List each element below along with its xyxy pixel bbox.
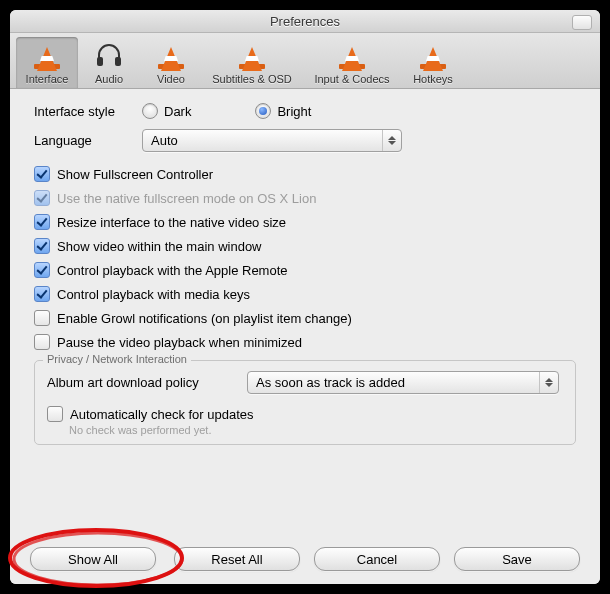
tab-label: Audio <box>95 73 123 85</box>
groupbox-title: Privacy / Network Interaction <box>43 353 191 365</box>
radio-label: Bright <box>277 104 311 119</box>
checkbox-label: Show Fullscreen Controller <box>57 167 213 182</box>
tab-label: Video <box>157 73 185 85</box>
language-label: Language <box>34 133 142 148</box>
radio-bright[interactable]: Bright <box>255 103 311 119</box>
checkbox-label: Enable Growl notifications (on playlist … <box>57 311 352 326</box>
tab-interface[interactable]: Interface <box>16 37 78 88</box>
popup-value: Auto <box>151 133 178 148</box>
show-all-button[interactable]: Show All <box>30 547 156 571</box>
headphones-icon <box>93 39 125 71</box>
radio-dot <box>142 103 158 119</box>
checkbox-label: Use the native fullscreen mode on OS X L… <box>57 191 316 206</box>
check-apple-remote[interactable]: Control playback with the Apple Remote <box>34 258 576 282</box>
check-fullscreen-controller[interactable]: Show Fullscreen Controller <box>34 162 576 186</box>
checkbox-label: Resize interface to the native video siz… <box>57 215 286 230</box>
checkbox <box>34 190 50 206</box>
checkbox <box>34 166 50 182</box>
album-art-popup[interactable]: As soon as track is added <box>247 371 559 394</box>
checkbox <box>34 310 50 326</box>
radio-dot <box>255 103 271 119</box>
titlebar: Preferences <box>10 10 600 33</box>
button-bar: Show All Reset All Cancel Save <box>10 534 600 584</box>
button-label: Cancel <box>357 552 397 567</box>
privacy-groupbox: Privacy / Network Interaction Album art … <box>34 360 576 445</box>
cancel-button[interactable]: Cancel <box>314 547 440 571</box>
checkbox-label: Control playback with the Apple Remote <box>57 263 288 278</box>
tab-hotkeys[interactable]: Hotkeys <box>402 37 464 88</box>
cone-icon <box>31 39 63 71</box>
cone-icon <box>236 39 268 71</box>
checkbox <box>34 262 50 278</box>
tab-label: Input & Codecs <box>314 73 389 85</box>
tab-label: Hotkeys <box>413 73 453 85</box>
checkbox <box>47 406 63 422</box>
checkbox-label: Show video within the main window <box>57 239 262 254</box>
language-popup[interactable]: Auto <box>142 129 402 152</box>
cone-icon <box>417 39 449 71</box>
check-resize-interface[interactable]: Resize interface to the native video siz… <box>34 210 576 234</box>
check-auto-update[interactable]: Automatically check for updates <box>47 402 563 426</box>
cone-icon <box>336 39 368 71</box>
titlebar-pill-button[interactable] <box>572 15 592 30</box>
last-check-text: No check was performed yet. <box>69 424 563 436</box>
tab-audio[interactable]: Audio <box>78 37 140 88</box>
chevron-updown-icon <box>539 372 558 393</box>
checkbox <box>34 286 50 302</box>
check-media-keys[interactable]: Control playback with media keys <box>34 282 576 306</box>
album-art-label: Album art download policy <box>47 375 247 390</box>
window-title: Preferences <box>270 14 340 29</box>
tab-video[interactable]: Video <box>140 37 202 88</box>
checkbox-label: Automatically check for updates <box>70 407 254 422</box>
checkbox <box>34 214 50 230</box>
popup-value: As soon as track is added <box>256 375 405 390</box>
button-label: Save <box>502 552 532 567</box>
reset-all-button[interactable]: Reset All <box>174 547 300 571</box>
button-label: Show All <box>68 552 118 567</box>
button-label: Reset All <box>211 552 262 567</box>
tab-subtitles-osd[interactable]: Subtitles & OSD <box>202 37 302 88</box>
tab-input-codecs[interactable]: Input & Codecs <box>302 37 402 88</box>
save-button[interactable]: Save <box>454 547 580 571</box>
content-pane: Interface style Dark Bright Language Aut… <box>10 89 600 445</box>
checkbox <box>34 238 50 254</box>
svg-rect-1 <box>115 57 121 66</box>
tab-label: Subtitles & OSD <box>212 73 291 85</box>
check-video-main-window[interactable]: Show video within the main window <box>34 234 576 258</box>
cone-icon <box>155 39 187 71</box>
preferences-window: Preferences Interface Audio Vid <box>10 10 600 584</box>
chevron-updown-icon <box>382 130 401 151</box>
interface-style-label: Interface style <box>34 104 142 119</box>
radio-dark[interactable]: Dark <box>142 103 191 119</box>
checkbox-label: Pause the video playback when minimized <box>57 335 302 350</box>
check-growl[interactable]: Enable Growl notifications (on playlist … <box>34 306 576 330</box>
toolbar: Interface Audio Video Subtitles & OSD <box>10 33 600 89</box>
check-pause-minimized[interactable]: Pause the video playback when minimized <box>34 330 576 354</box>
check-native-fullscreen: Use the native fullscreen mode on OS X L… <box>34 186 576 210</box>
checkbox-label: Control playback with media keys <box>57 287 250 302</box>
tab-label: Interface <box>26 73 69 85</box>
radio-label: Dark <box>164 104 191 119</box>
svg-rect-0 <box>97 57 103 66</box>
checkbox <box>34 334 50 350</box>
checkbox-list: Show Fullscreen Controller Use the nativ… <box>34 162 576 354</box>
